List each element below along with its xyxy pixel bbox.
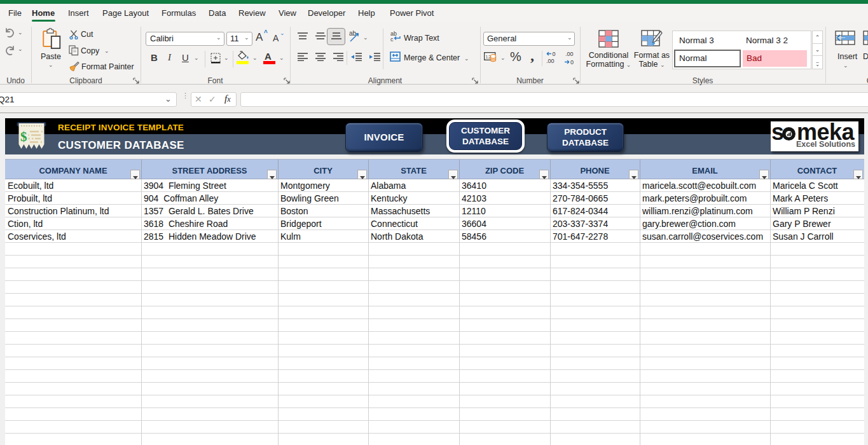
svg-text:.00: .00 bbox=[546, 58, 555, 64]
svg-text:0: 0 bbox=[570, 59, 574, 65]
svg-text:c: c bbox=[390, 36, 394, 42]
svg-text:.00: .00 bbox=[565, 51, 574, 57]
svg-text:0: 0 bbox=[553, 51, 556, 57]
svg-text:$: $ bbox=[20, 129, 27, 144]
